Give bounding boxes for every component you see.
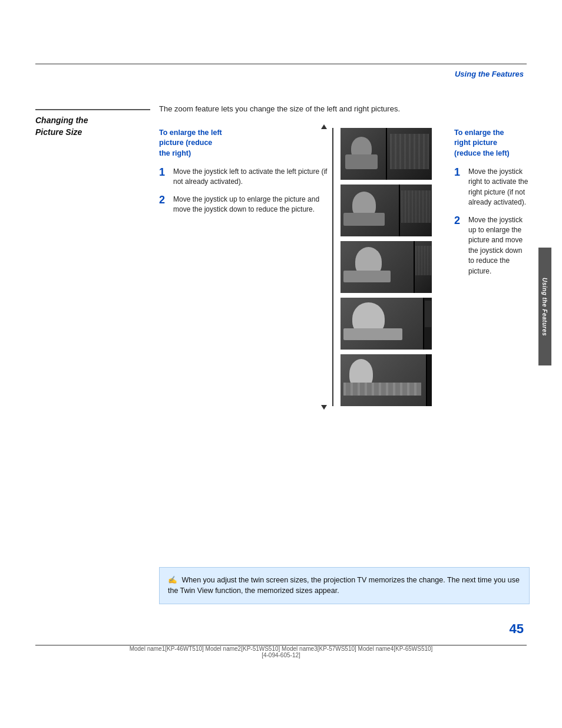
right-step1-text: Move the joystick right to activate the …: [468, 167, 530, 208]
left-step-2: 2 Move the joystick up to enlarge the pi…: [159, 195, 330, 215]
note-box: ✍ When you adjust the twin screen sizes,…: [159, 567, 530, 605]
screen-image-1: [340, 128, 432, 180]
screen-image-5: [340, 354, 432, 406]
side-tab-label: Using the Features: [542, 277, 548, 335]
screen-image-3: [340, 241, 432, 293]
footer-line1: Model name1[KP-46WT510] Model name2[KP-5…: [130, 645, 433, 652]
page-number: 45: [510, 621, 524, 637]
right-step2-text: Move the joystick up to enlarge the pict…: [468, 215, 530, 276]
screen-image-4: [340, 298, 432, 350]
right-instructions: To enlarge theright picture(reduce the l…: [445, 128, 530, 284]
arrow-line: [332, 128, 333, 406]
section-title-block: Changing thePicture Size: [35, 109, 150, 138]
right-col-header: To enlarge theright picture(reduce the l…: [454, 128, 530, 159]
note-text: When you adjust the twin screen sizes, t…: [168, 576, 520, 595]
header-title: Using the Features: [455, 70, 524, 78]
arrow-bottom: [321, 405, 327, 410]
left-step2-text: Move the joystick up to enlarge the pict…: [173, 195, 330, 215]
top-rule: [35, 64, 527, 64]
footer-line2: [4-094-605-12]: [262, 652, 300, 658]
intro-text: The zoom feature lets you change the siz…: [159, 103, 530, 115]
footer-text: Model name1[KP-46WT510] Model name2[KP-5…: [0, 645, 562, 658]
left-step-1: 1 Move the joystick left to activate the…: [159, 167, 330, 187]
section-title-text: Changing thePicture Size: [35, 115, 150, 138]
side-tab: Using the Features: [538, 248, 551, 365]
main-content: The zoom feature lets you change the siz…: [159, 103, 530, 406]
left-step1-text: Move the joystick left to activate the l…: [173, 167, 330, 187]
arrow-top: [321, 124, 327, 129]
left-instructions: To enlarge the leftpicture (reducethe ri…: [159, 128, 330, 222]
note-icon: ✍: [168, 575, 177, 586]
right-step-1: 1 Move the joystick right to activate th…: [454, 167, 530, 208]
left-col-header: To enlarge the leftpicture (reducethe ri…: [159, 128, 330, 159]
page-header: Using the Features: [455, 70, 524, 78]
right-step-2: 2 Move the joystick up to enlarge the pi…: [454, 215, 530, 276]
page-container: Using the Features Using the Features Ch…: [0, 0, 562, 728]
center-images: [340, 128, 435, 406]
screen-image-2: [340, 185, 432, 236]
